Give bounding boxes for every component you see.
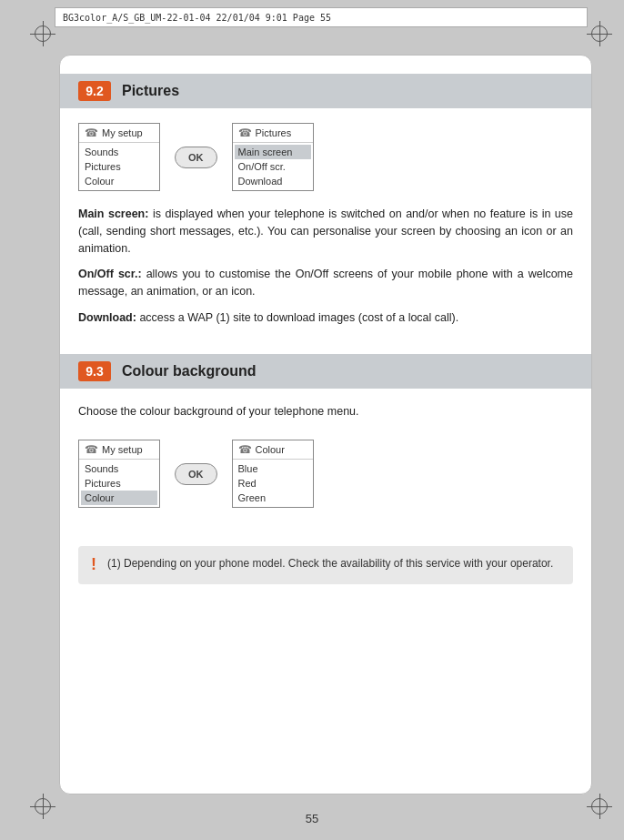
text-main-screen: is displayed when your telephone is swit… — [78, 207, 573, 255]
section-93-left-screen: ☎ My setup Sounds Pictures Colour — [78, 440, 160, 508]
section-92-mockups: ☎ My setup Sounds Pictures Colour OK ☎ P… — [78, 123, 573, 191]
reg-mark-tr — [591, 25, 608, 42]
right-screen-header: ☎ Pictures — [233, 124, 313, 143]
section-92-header: 9.2 Pictures — [60, 74, 591, 108]
right-93-menu-items: Blue Red Green — [233, 460, 313, 507]
section-93-right-screen: ☎ Colour Blue Red Green — [232, 440, 314, 508]
list-item: Pictures — [85, 476, 154, 491]
right-menu-items: Main screen On/Off scr. Download — [233, 143, 313, 190]
section-92-number: 9.2 — [78, 81, 111, 101]
paragraph-download: Download: access a WAP (1) site to downl… — [78, 309, 573, 327]
section-93-intro: Choose the colour background of your tel… — [78, 403, 573, 420]
section-gap — [78, 336, 573, 354]
left-screen-93-header: ☎ My setup — [79, 440, 159, 460]
note-symbol: ! — [91, 555, 96, 575]
spacer — [78, 429, 573, 440]
right-screen-93-title: Colour — [256, 444, 285, 455]
main-card: 9.2 Pictures ☎ My setup Sounds Pictures … — [59, 55, 592, 794]
left-screen-title: My setup — [102, 127, 143, 138]
reg-mark-bl — [35, 798, 51, 815]
note-box: ! (1) Depending on your phone model. Che… — [78, 546, 573, 584]
note-text: (1) Depending on your phone model. Check… — [107, 555, 553, 572]
reg-mark-br — [591, 798, 608, 815]
page-number: 55 — [306, 812, 318, 825]
phone-icon-93-right: ☎ — [238, 443, 252, 456]
left-screen-header: ☎ My setup — [79, 124, 159, 143]
list-item: Sounds — [85, 145, 154, 159]
term-onoff: On/Off scr.: — [78, 268, 142, 280]
phone-icon-left: ☎ — [85, 127, 98, 139]
term-download: Download: — [78, 311, 136, 324]
section-92-left-screen: ☎ My setup Sounds Pictures Colour — [78, 123, 160, 191]
print-header: BG3color_A/S_GB_UM-22-01-04 22/01/04 9:0… — [55, 7, 588, 27]
list-item: Red — [238, 476, 307, 491]
section-93-number: 9.3 — [78, 361, 111, 381]
text-download: access a WAP (1) site to download images… — [139, 311, 458, 324]
spacer-2 — [78, 522, 573, 537]
section-92-right-screen: ☎ Pictures Main screen On/Off scr. Downl… — [232, 123, 314, 191]
ok-button-92[interactable]: OK — [175, 147, 217, 168]
print-info: BG3color_A/S_GB_UM-22-01-04 22/01/04 9:0… — [63, 13, 331, 23]
right-screen-title: Pictures — [256, 127, 292, 138]
paragraph-main-screen: Main screen: is displayed when your tele… — [78, 206, 573, 257]
right-screen-93-header: ☎ Colour — [233, 440, 313, 460]
phone-icon-93-left: ☎ — [85, 443, 98, 456]
section-93-title: Colour background — [122, 363, 257, 380]
phone-icon-right: ☎ — [238, 127, 252, 139]
term-main-screen: Main screen: — [78, 207, 148, 220]
section-93-header: 9.3 Colour background — [60, 354, 591, 389]
list-item: Blue — [238, 461, 307, 476]
section-92-title: Pictures — [122, 83, 179, 99]
text-onoff: allows you to customise the On/Off scree… — [78, 268, 573, 298]
left-screen-93-title: My setup — [102, 444, 143, 455]
list-item: Colour — [81, 491, 157, 505]
list-item: On/Off scr. — [238, 159, 307, 174]
list-item: Sounds — [85, 461, 154, 476]
paragraph-onoff: On/Off scr.: allows you to customise the… — [78, 266, 573, 300]
list-item: Download — [238, 174, 307, 188]
list-item: Colour — [85, 174, 154, 188]
left-93-menu-items: Sounds Pictures Colour — [79, 460, 159, 507]
list-item: Main screen — [235, 145, 311, 159]
ok-button-93[interactable]: OK — [175, 463, 217, 485]
section-93-mockups: ☎ My setup Sounds Pictures Colour OK ☎ C… — [78, 440, 573, 508]
list-item: Pictures — [85, 159, 154, 174]
left-menu-items: Sounds Pictures Colour — [79, 143, 159, 190]
list-item: Green — [238, 491, 307, 505]
reg-mark-tl — [35, 25, 51, 42]
